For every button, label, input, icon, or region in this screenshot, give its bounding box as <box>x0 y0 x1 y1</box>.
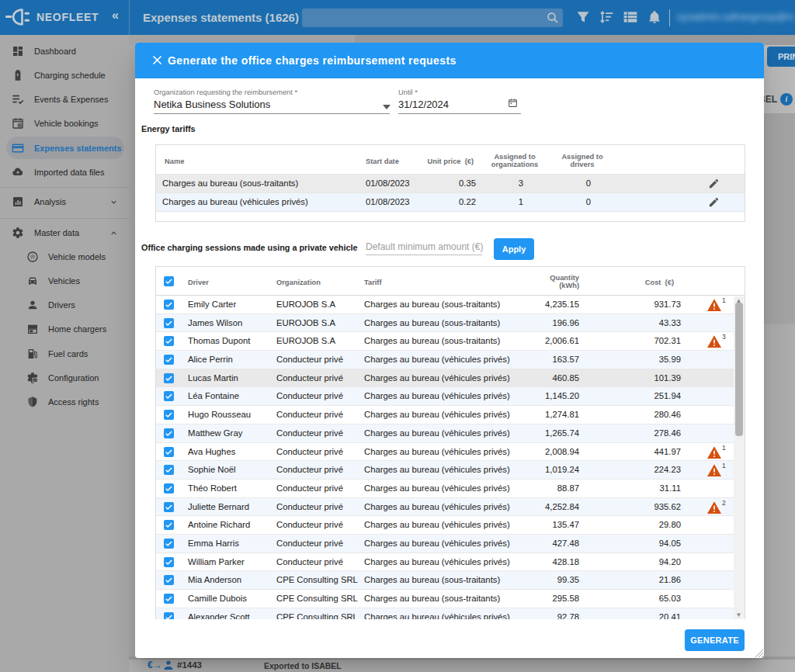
svg-text:€→: €→ <box>148 660 162 670</box>
